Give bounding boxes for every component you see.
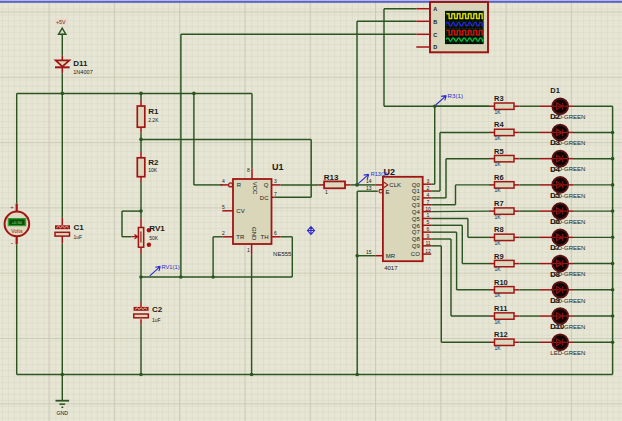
svg-text:D3: D3 (550, 138, 560, 147)
svg-text:U1: U1 (272, 162, 284, 172)
svg-text:R6: R6 (494, 173, 504, 182)
svg-text:3: 3 (274, 178, 277, 184)
svg-text:R13: R13 (324, 173, 339, 182)
svg-text:Q1: Q1 (412, 188, 421, 194)
svg-text:R13(2): R13(2) (371, 171, 388, 177)
svg-text:Volts: Volts (11, 228, 23, 234)
svg-text:D7: D7 (550, 243, 560, 252)
svg-text:D11: D11 (73, 59, 88, 68)
svg-text:50K: 50K (149, 235, 159, 241)
svg-text:D6: D6 (550, 217, 560, 226)
svg-text:1K: 1K (495, 345, 502, 351)
svg-text:Q2: Q2 (412, 195, 421, 201)
svg-text:R3(1): R3(1) (448, 92, 463, 99)
svg-text:7: 7 (274, 191, 277, 197)
svg-text:15: 15 (366, 249, 372, 255)
svg-text:6: 6 (427, 226, 430, 232)
svg-text:RV1(1): RV1(1) (161, 264, 179, 270)
svg-text:11: 11 (425, 240, 430, 246)
svg-text:D9: D9 (550, 296, 560, 305)
svg-text:R: R (237, 182, 242, 188)
svg-text:B: B (433, 19, 437, 25)
svg-text:R3: R3 (494, 94, 504, 103)
svg-text:1K: 1K (495, 109, 502, 115)
svg-text:Q: Q (264, 182, 269, 188)
svg-text:3: 3 (427, 178, 430, 184)
svg-text:R1: R1 (148, 107, 159, 116)
svg-text:CLK: CLK (389, 182, 401, 188)
svg-text:R4: R4 (494, 120, 504, 129)
svg-text:+5V: +5V (56, 19, 66, 25)
svg-text:4: 4 (427, 192, 430, 198)
svg-text:+: + (10, 204, 14, 210)
svg-text:1K: 1K (495, 292, 502, 298)
svg-text:8: 8 (247, 167, 250, 173)
svg-text:TH: TH (261, 234, 269, 240)
svg-text:1K: 1K (495, 135, 502, 141)
svg-text:10K: 10K (148, 167, 158, 173)
svg-text:1K: 1K (495, 161, 502, 167)
svg-text:1uF: 1uF (74, 234, 83, 240)
svg-text:D5: D5 (550, 191, 560, 200)
svg-text:D10: D10 (550, 322, 564, 331)
svg-text:Q3: Q3 (412, 202, 421, 208)
svg-text:TR: TR (236, 234, 245, 240)
svg-text:Q7: Q7 (412, 229, 421, 235)
svg-text:GND: GND (57, 410, 69, 416)
svg-text:6: 6 (274, 230, 277, 236)
svg-text:7: 7 (427, 199, 430, 205)
svg-text:CV: CV (236, 208, 244, 214)
svg-text:1: 1 (247, 247, 250, 253)
svg-text:5: 5 (222, 204, 225, 210)
svg-text:1: 1 (325, 189, 328, 195)
svg-text:DC: DC (260, 195, 269, 201)
svg-text:13: 13 (366, 185, 372, 191)
svg-text:CO: CO (411, 251, 420, 257)
svg-text:Q8: Q8 (412, 236, 421, 242)
svg-text:1K: 1K (495, 214, 502, 220)
svg-text:Q0: Q0 (412, 182, 421, 188)
svg-text:R2: R2 (148, 158, 159, 167)
svg-text:GND: GND (251, 227, 257, 241)
svg-text:D4: D4 (550, 165, 560, 174)
svg-text:Q6: Q6 (412, 223, 421, 229)
svg-text:1K: 1K (495, 240, 502, 246)
svg-text:C2: C2 (152, 305, 163, 314)
svg-text:R11: R11 (494, 304, 507, 313)
svg-text:1: 1 (427, 212, 430, 218)
svg-text:R8: R8 (494, 225, 504, 234)
svg-text:RV1: RV1 (149, 224, 165, 233)
svg-text:VCC: VCC (252, 182, 258, 195)
svg-text:10: 10 (425, 206, 431, 212)
svg-text:D8: D8 (550, 270, 560, 279)
svg-text:D2: D2 (550, 112, 560, 121)
svg-text:Q5: Q5 (412, 216, 421, 222)
svg-text:+0.50: +0.50 (12, 220, 23, 225)
svg-text:2.2K: 2.2K (148, 117, 159, 123)
svg-text:9: 9 (427, 233, 430, 239)
svg-text:2: 2 (222, 230, 225, 236)
svg-text:4: 4 (222, 178, 225, 184)
svg-text:NE555: NE555 (273, 251, 292, 257)
svg-text:5: 5 (427, 219, 430, 225)
svg-text:4017: 4017 (384, 265, 398, 271)
svg-text:R7: R7 (494, 199, 504, 208)
svg-text:R12: R12 (494, 330, 508, 339)
svg-text:LED-GREEN: LED-GREEN (550, 350, 585, 356)
svg-text:C: C (433, 32, 437, 38)
svg-text:D: D (433, 44, 437, 50)
svg-text:1K: 1K (495, 266, 502, 272)
svg-text:R9: R9 (494, 252, 504, 261)
svg-text:12: 12 (425, 248, 431, 254)
svg-text:1K: 1K (495, 319, 502, 325)
svg-text:R10: R10 (494, 278, 508, 287)
svg-text:Q4: Q4 (412, 209, 421, 215)
svg-text:14: 14 (366, 178, 372, 184)
svg-text:Q9: Q9 (412, 243, 421, 249)
svg-text:2: 2 (427, 185, 430, 191)
svg-text:E: E (386, 189, 390, 195)
svg-text:R5: R5 (494, 147, 504, 156)
svg-text:MR: MR (386, 253, 396, 259)
svg-text:A: A (433, 6, 437, 12)
svg-text:C1: C1 (74, 223, 85, 232)
